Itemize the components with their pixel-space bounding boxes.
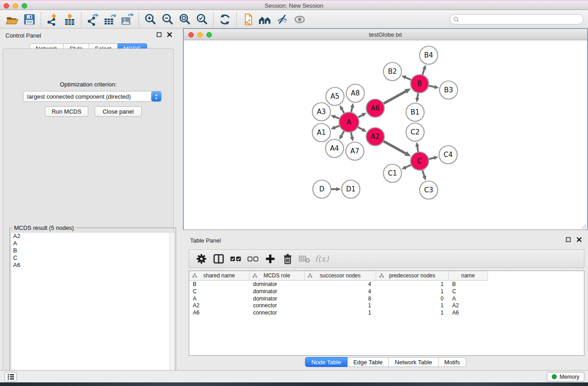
graph-edge-arrowhead-icon [422, 65, 426, 70]
delete-table-icon[interactable] [296, 251, 313, 267]
tab-network-table[interactable]: Network Table [389, 357, 438, 367]
zoom-out-icon[interactable] [159, 12, 176, 27]
delete-columns-icon[interactable] [279, 251, 296, 267]
graph-node-label: A5 [330, 92, 339, 100]
table-cell[interactable]: 1 [305, 302, 376, 309]
unselect-all-columns-icon[interactable] [244, 251, 262, 267]
table-cell[interactable]: 8 [305, 295, 376, 302]
close-panel-button[interactable]: Close panel [95, 106, 142, 117]
zoom-selected-icon[interactable] [193, 12, 210, 27]
table-cell[interactable]: A6 [189, 309, 249, 316]
tab-edge-table[interactable]: Edge Table [347, 357, 389, 367]
float-table-panel-icon[interactable] [566, 237, 571, 242]
export-image-icon[interactable] [119, 12, 136, 27]
new-session-from-network-icon[interactable] [239, 12, 257, 27]
close-table-panel-icon[interactable] [577, 237, 582, 242]
node-table[interactable]: shared nameMCDS rolesuccessor nodesprede… [189, 271, 584, 356]
table-cell[interactable]: connector [249, 302, 305, 309]
table-cell[interactable]: A [189, 295, 249, 302]
table-cell[interactable]: 4 [305, 288, 376, 295]
table-cell[interactable]: A [449, 295, 488, 302]
table-cell[interactable]: 0 [376, 295, 449, 302]
table-cell[interactable]: 1 [376, 281, 449, 288]
table-cell[interactable]: B [189, 281, 249, 288]
close-panel-icon[interactable] [167, 32, 172, 37]
graph-edge-arrowhead-icon [331, 115, 336, 119]
mcds-result-item[interactable]: A [11, 240, 174, 247]
mcds-result-item[interactable]: A6 [11, 262, 174, 269]
refresh-icon[interactable] [216, 12, 234, 27]
table-cell[interactable]: A6 [449, 309, 488, 316]
table-cell[interactable]: dominator [249, 281, 305, 288]
table-options-gear-icon[interactable] [193, 251, 210, 267]
search-input[interactable] [459, 15, 583, 24]
table-cell[interactable]: A2 [189, 302, 249, 309]
table-cell[interactable]: C [189, 288, 249, 295]
hide-graphics-details-icon[interactable] [274, 12, 291, 27]
graph-node-label: C4 [444, 151, 453, 159]
column-header-name[interactable]: name [449, 271, 488, 281]
column-header-successor-nodes[interactable]: successor nodes [305, 271, 376, 281]
mcds-result-list[interactable]: A2ABCA6 [11, 232, 175, 381]
search-icon [453, 16, 459, 23]
table-cell[interactable]: B [449, 281, 488, 288]
show-hide-panel-eye-icon[interactable] [291, 12, 308, 27]
column-header-MCDS-role[interactable]: MCDS role [249, 271, 305, 281]
table-cell[interactable]: 1 [376, 288, 449, 295]
table-cell[interactable]: 4 [305, 281, 376, 288]
mcds-result-item[interactable]: B [11, 247, 174, 254]
graph-node-label: A7 [350, 147, 359, 155]
mcds-result-item[interactable]: A2 [11, 233, 174, 240]
graph-edge-arrowhead-icon [350, 103, 354, 108]
import-table-icon[interactable] [61, 12, 78, 27]
graph-node-label: C [417, 157, 422, 165]
tab-node-table[interactable]: Node Table [305, 357, 348, 367]
main-toolbar [0, 10, 588, 29]
float-panel-icon[interactable] [157, 32, 162, 37]
column-header-shared-name[interactable]: shared name [189, 271, 249, 281]
select-all-columns-icon[interactable] [227, 251, 244, 267]
export-table-icon[interactable] [101, 12, 119, 27]
control-panel: Control Panel NetworkStyleSelectMCDS Opt… [0, 29, 177, 370]
table-cell[interactable]: C [449, 288, 488, 295]
zoom-fit-icon[interactable] [176, 12, 193, 27]
table-row[interactable]: A2connector11A2 [189, 302, 584, 309]
criterion-dropdown[interactable]: largest connected component (directed) ▲… [23, 91, 162, 102]
table-row[interactable]: Cdominator41C [189, 288, 584, 295]
network-canvas[interactable]: B4B2BB3A8A5A6A3B1AC2A1A2A4A7C4CC1C3DD1 [184, 40, 587, 229]
export-network-icon[interactable] [84, 12, 101, 27]
show-columns-icon[interactable] [210, 251, 227, 267]
function-builder-icon[interactable]: f(x) [313, 251, 330, 267]
open-folder-icon[interactable] [4, 12, 21, 27]
column-header-predecessor-nodes[interactable]: predecessor nodes [376, 271, 449, 281]
network-window-titlebar[interactable]: testGlobe.txt [184, 29, 587, 40]
add-column-icon[interactable] [262, 251, 279, 267]
column-type-icon [192, 273, 197, 278]
table-row[interactable]: Bdominator41B [189, 281, 584, 288]
resize-grip-icon[interactable] [580, 223, 587, 229]
tab-motifs[interactable]: Motifs [438, 357, 466, 367]
memory-button[interactable]: Memory [547, 372, 584, 381]
save-session-icon[interactable] [21, 12, 38, 27]
table-cell[interactable]: connector [249, 309, 305, 316]
table-panel-title: Table Panel [190, 237, 221, 244]
table-cell[interactable]: 1 [305, 309, 376, 316]
table-cell[interactable]: dominator [249, 295, 305, 302]
table-cell[interactable]: A2 [449, 302, 488, 309]
mcds-result-item[interactable]: C [11, 254, 174, 262]
table-cell[interactable]: dominator [249, 288, 305, 295]
graph-node-label: B2 [388, 67, 397, 76]
zoom-in-icon[interactable] [142, 12, 159, 27]
table-row[interactable]: A6connector11A6 [189, 309, 584, 316]
table-cell[interactable]: 1 [376, 309, 449, 316]
mcds-list-scrollbar[interactable] [169, 233, 174, 380]
run-mcds-button[interactable]: Run MCDS [45, 106, 88, 117]
table-cell[interactable]: 1 [376, 302, 449, 309]
table-row[interactable]: Adominator80A [189, 295, 584, 302]
first-neighbors-icon[interactable] [257, 12, 274, 27]
desktop-wallpaper [0, 382, 588, 386]
import-network-icon[interactable] [44, 12, 61, 27]
graph-edge-arrowhead-icon [416, 98, 420, 103]
task-history-button[interactable] [5, 372, 17, 381]
column-type-icon [253, 273, 257, 278]
